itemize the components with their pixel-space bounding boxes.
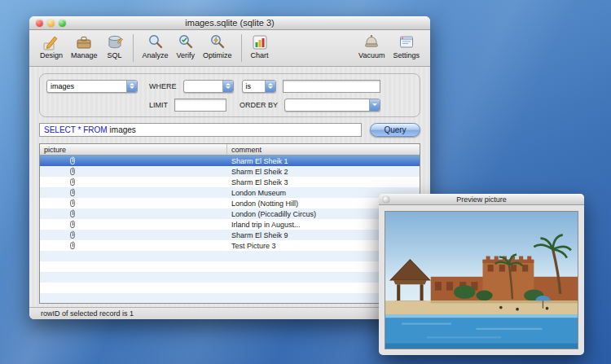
verify-magnifier-check-icon bbox=[177, 33, 195, 52]
zoom-button[interactable] bbox=[59, 20, 66, 27]
row-picture-cell bbox=[40, 188, 227, 197]
toolbar: Design Manage SQL Analyze bbox=[29, 30, 430, 67]
paperclip-icon bbox=[69, 156, 76, 165]
toolbar-label: Settings bbox=[393, 51, 420, 59]
toolbar-label: Analyze bbox=[143, 51, 169, 59]
table-body: Sharm El Sheik 1 Sharm El Sheik 2 Sharm … bbox=[40, 156, 420, 303]
preview-titlebar[interactable]: Preview picture bbox=[379, 194, 584, 205]
sql-input[interactable]: SELECT * FROM images bbox=[39, 123, 362, 137]
close-button[interactable] bbox=[36, 20, 43, 27]
column-header-comment[interactable]: comment bbox=[227, 144, 420, 155]
paperclip-icon bbox=[69, 178, 76, 186]
desktop: images.sqlite (sqlite 3) Design Manage S… bbox=[0, 0, 611, 364]
preview-content bbox=[379, 205, 584, 355]
paperclip-icon bbox=[69, 188, 76, 197]
paperclip-icon bbox=[69, 230, 76, 239]
table-popup[interactable]: images bbox=[46, 80, 138, 93]
toolbar-label: SQL bbox=[108, 51, 122, 59]
where-label: WHERE bbox=[149, 82, 177, 90]
toolbar-chart-button[interactable]: Chart bbox=[247, 32, 273, 60]
row-picture-cell bbox=[40, 209, 227, 218]
sqlite-manager-window: images.sqlite (sqlite 3) Design Manage S… bbox=[29, 16, 430, 319]
status-bar: rowID of selected record is 1 bbox=[29, 307, 430, 319]
main-titlebar[interactable]: images.sqlite (sqlite 3) bbox=[29, 16, 430, 30]
resort-photo-illustration bbox=[385, 212, 578, 349]
toolbar-sql-button[interactable]: SQL bbox=[102, 32, 128, 60]
table-row[interactable]: London (Piccadilly Circus) bbox=[40, 208, 420, 219]
table-header: picture comment bbox=[40, 144, 420, 156]
chart-bars-icon bbox=[251, 33, 269, 52]
traffic-lights bbox=[36, 20, 66, 27]
column-header-picture[interactable]: picture bbox=[40, 144, 227, 155]
paperclip-icon bbox=[69, 220, 76, 229]
row-picture-cell bbox=[40, 230, 227, 239]
toolbar-label: Vacuum bbox=[358, 51, 385, 59]
sql-row: SELECT * FROM images Query bbox=[39, 123, 420, 137]
toolbar-separator bbox=[133, 34, 134, 62]
table-row[interactable]: Test Picture 3 bbox=[40, 240, 420, 251]
sql-keywords: SELECT * FROM bbox=[44, 125, 108, 134]
operator-value: is bbox=[243, 81, 265, 92]
toolbar-design-button[interactable]: Design bbox=[36, 32, 67, 60]
toolbar-optimize-button[interactable]: Optimize bbox=[199, 32, 236, 60]
main-content: images WHERE is LIMIT bbox=[29, 67, 430, 307]
toolbar-vacuum-button[interactable]: Vacuum bbox=[354, 32, 389, 60]
toolbar-label: Design bbox=[40, 51, 63, 59]
table-row[interactable]: Sharm El Sheik 9 bbox=[40, 230, 420, 240]
toolbar-analyze-button[interactable]: Analyze bbox=[138, 32, 173, 60]
preview-close-button[interactable] bbox=[383, 196, 389, 203]
toolbar-settings-button[interactable]: Settings bbox=[389, 32, 424, 60]
row-picture-cell bbox=[40, 241, 227, 250]
row-comment: Sharm El Sheik 1 bbox=[227, 157, 420, 165]
popup-arrows-icon bbox=[222, 81, 233, 92]
limit-input[interactable] bbox=[174, 99, 226, 112]
row-comment: Sharm El Sheik 3 bbox=[227, 178, 420, 186]
paperclip-icon bbox=[69, 199, 76, 208]
manage-box-icon bbox=[75, 33, 93, 52]
where-field-popup[interactable] bbox=[183, 80, 234, 93]
operator-popup[interactable]: is bbox=[242, 80, 276, 93]
toolbar-separator bbox=[241, 34, 242, 62]
sql-object: images bbox=[110, 125, 136, 134]
row-comment: Sharm El Sheik 2 bbox=[227, 168, 420, 176]
table-row[interactable]: Sharm El Sheik 1 bbox=[40, 156, 420, 166]
toolbar-right-group: Vacuum Settings bbox=[354, 32, 424, 60]
status-text: rowID of selected record is 1 bbox=[41, 309, 134, 318]
order-by-combo[interactable] bbox=[284, 99, 380, 112]
order-by-value bbox=[285, 99, 369, 111]
sql-database-icon bbox=[106, 33, 124, 52]
table-row[interactable]: London Museum bbox=[40, 187, 420, 198]
preview-photo bbox=[385, 211, 578, 349]
minimize-button[interactable] bbox=[47, 20, 55, 27]
design-pencil-icon bbox=[42, 33, 60, 52]
paperclip-icon bbox=[69, 167, 76, 176]
analyze-magnifier-icon bbox=[147, 33, 165, 52]
table-row[interactable]: London (Notting Hill) bbox=[40, 198, 420, 208]
popup-arrows-icon bbox=[126, 81, 137, 92]
row-picture-cell bbox=[40, 220, 227, 229]
order-by-label: ORDER BY bbox=[240, 101, 278, 109]
table-popup-value: images bbox=[47, 81, 126, 92]
toolbar-verify-button[interactable]: Verify bbox=[173, 32, 200, 60]
vacuum-bell-icon bbox=[363, 33, 380, 52]
toolbar-manage-button[interactable]: Manage bbox=[67, 32, 102, 60]
where-field-value bbox=[184, 81, 222, 92]
table-row[interactable]: Sharm El Sheik 3 bbox=[40, 177, 420, 187]
preview-title: Preview picture bbox=[456, 195, 507, 204]
row-picture-cell bbox=[40, 178, 227, 186]
popup-arrows-icon bbox=[265, 81, 275, 92]
combo-down-arrow-icon bbox=[369, 99, 380, 111]
limit-label: LIMIT bbox=[149, 101, 168, 109]
window-title: images.sqlite (sqlite 3) bbox=[185, 18, 274, 28]
toolbar-label: Optimize bbox=[203, 51, 232, 59]
row-picture-cell bbox=[40, 156, 227, 165]
table-row[interactable]: Sharm El Sheik 2 bbox=[40, 166, 420, 177]
where-value-input[interactable] bbox=[283, 80, 380, 93]
paperclip-icon bbox=[69, 209, 76, 218]
preview-window: Preview picture bbox=[379, 194, 584, 355]
toolbar-label: Manage bbox=[71, 51, 98, 59]
toolbar-label: Chart bbox=[251, 51, 269, 59]
query-button[interactable]: Query bbox=[370, 123, 420, 137]
table-row[interactable]: Irland trip in August... bbox=[40, 219, 420, 230]
query-builder: images WHERE is LIMIT bbox=[39, 73, 420, 117]
